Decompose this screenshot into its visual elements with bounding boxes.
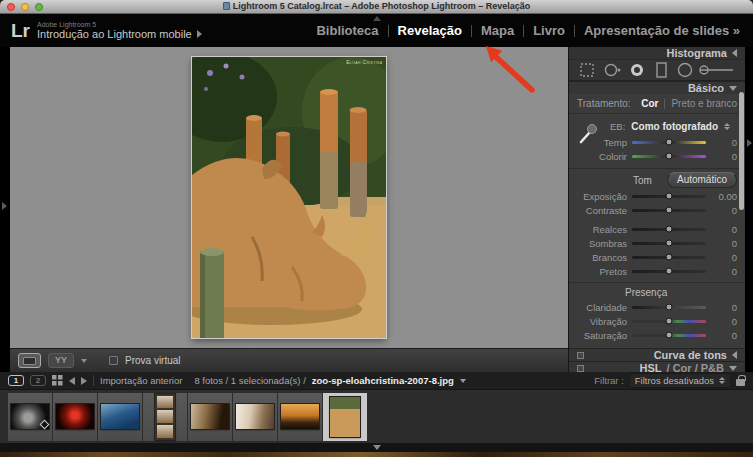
- tab-revelacao[interactable]: Revelação: [398, 23, 462, 38]
- app-name-label: Adobe Lightroom 5: [37, 21, 202, 29]
- next-photo-icon[interactable]: [81, 377, 87, 385]
- wb-preset-row[interactable]: EB: Como fotografado: [577, 118, 737, 135]
- previous-photo-icon[interactable]: [69, 377, 75, 385]
- slider-sombras: Sombras 0: [577, 236, 737, 250]
- filter-lock-icon[interactable]: [736, 379, 745, 386]
- thumb-red-figure[interactable]: [56, 404, 94, 429]
- slider-label: Pretos: [577, 266, 627, 277]
- filmstrip-filename[interactable]: zoo-sp-eloahcristina-2007-8.jpg: [312, 375, 454, 386]
- wb-label: EB:: [610, 121, 625, 132]
- treatment-color-option[interactable]: Cor: [641, 98, 658, 109]
- tint-slider-track[interactable]: [632, 155, 706, 158]
- thumbnail-cell[interactable]: [188, 393, 232, 441]
- filmstrip-source[interactable]: Importação anterior: [100, 375, 182, 386]
- contrast-slider-track[interactable]: [632, 209, 706, 212]
- main-window-button[interactable]: 1: [8, 375, 24, 386]
- thumbnail-cell[interactable]: [98, 393, 142, 441]
- thumbnail-cell[interactable]: [278, 393, 322, 441]
- auto-tone-button[interactable]: Automático: [667, 172, 737, 188]
- red-eye-tool-icon[interactable]: [631, 64, 643, 76]
- spot-removal-tool-icon[interactable]: [606, 65, 621, 76]
- slider-knob[interactable]: [666, 254, 673, 261]
- vibrance-slider-track[interactable]: [632, 320, 706, 323]
- tone-curve-header[interactable]: Curva de tons: [569, 348, 745, 361]
- panel-toggle-icon[interactable]: [577, 352, 584, 359]
- slider-knob[interactable]: [666, 332, 673, 339]
- presence-group: Presença Claridade 0 Vibração 0 Saturaçã…: [569, 283, 745, 348]
- temp-slider-track[interactable]: [632, 141, 706, 144]
- clarity-slider-track[interactable]: [632, 306, 706, 309]
- slider-knob[interactable]: [666, 226, 673, 233]
- right-panel-collapse-icon[interactable]: [747, 139, 752, 147]
- whites-slider-track[interactable]: [632, 256, 706, 259]
- filter-dropdown[interactable]: Filtros desativados: [629, 373, 731, 388]
- close-window-button[interactable]: [7, 3, 15, 11]
- slider-knob[interactable]: [666, 318, 673, 325]
- slider-knob[interactable]: [666, 139, 673, 146]
- basic-panel-header[interactable]: Básico: [569, 81, 745, 94]
- slider-knob[interactable]: [666, 153, 673, 160]
- wb-eyedropper-icon[interactable]: [578, 121, 598, 145]
- slider-label: Exposição: [577, 191, 627, 202]
- filmstrip-collapse-icon[interactable]: [373, 445, 381, 450]
- blacks-slider-track[interactable]: [632, 270, 706, 273]
- nav-divider: [388, 25, 389, 37]
- panel-toggle-icon[interactable]: [577, 365, 584, 372]
- tab-livro[interactable]: Livro: [533, 23, 565, 38]
- slider-knob[interactable]: [666, 207, 673, 214]
- filter-label: Filtrar :: [594, 375, 624, 386]
- highlights-slider-track[interactable]: [632, 228, 706, 231]
- soft-proof-checkbox[interactable]: [109, 356, 118, 365]
- thumb-triptych-vertical[interactable]: [155, 394, 175, 440]
- top-panel-collapse-icon[interactable]: [373, 16, 381, 21]
- treatment-bw-option[interactable]: Preto e branco: [671, 98, 737, 109]
- left-panel-expand-icon[interactable]: [2, 202, 7, 210]
- identity-plate[interactable]: Lr Adobe Lightroom 5 Introdução ao Light…: [11, 20, 202, 42]
- photo-preview[interactable]: Eloah Cristina: [192, 57, 386, 338]
- tab-biblioteca[interactable]: Biblioteca: [316, 23, 378, 38]
- thumb-underwater-blue[interactable]: [101, 404, 139, 429]
- second-window-button[interactable]: 2: [30, 375, 46, 386]
- crop-tool-icon[interactable]: [581, 64, 593, 76]
- slider-knob[interactable]: [666, 240, 673, 247]
- nav-divider: [574, 25, 575, 37]
- slider-knob[interactable]: [666, 304, 673, 311]
- loupe-view-button[interactable]: [18, 353, 41, 368]
- thumb-people-light[interactable]: [236, 404, 274, 429]
- basic-panel: Tratamento: Cor Preto e branco EB: Como: [569, 94, 745, 348]
- before-after-dropdown-icon[interactable]: [81, 359, 87, 363]
- radial-filter-tool-icon[interactable]: [679, 64, 692, 77]
- before-after-button[interactable]: YY: [48, 353, 74, 368]
- thumb-rhino-selected[interactable]: [330, 397, 360, 437]
- minimize-window-button[interactable]: [21, 3, 29, 11]
- panel-scrollbar[interactable]: [739, 92, 744, 210]
- wb-preset-value[interactable]: Como fotografado: [631, 121, 718, 132]
- right-panel: Histograma: [568, 47, 745, 372]
- slider-label: Sombras: [577, 238, 627, 249]
- wb-dropdown-icon[interactable]: [724, 123, 730, 130]
- slider-label: Saturação: [577, 330, 627, 341]
- filename-dropdown-icon[interactable]: [460, 379, 466, 383]
- thumb-sepia-smoke[interactable]: [191, 404, 229, 429]
- thumb-sunset-silhouette[interactable]: [281, 404, 319, 429]
- tab-apresentacao[interactable]: Apresentação de slides »: [584, 23, 740, 38]
- adjustment-brush-tool-icon[interactable]: [700, 66, 733, 74]
- grid-view-icon[interactable]: [52, 375, 63, 386]
- slider-knob[interactable]: [666, 193, 673, 200]
- zoom-window-button[interactable]: [35, 3, 43, 11]
- graduated-filter-tool-icon[interactable]: [657, 63, 666, 77]
- tab-mapa[interactable]: Mapa: [481, 23, 514, 38]
- thumb-statue-dark[interactable]: [11, 404, 49, 429]
- exposure-slider-track[interactable]: [632, 195, 706, 198]
- histogram-header[interactable]: Histograma: [569, 47, 745, 59]
- thumbnail-cell[interactable]: [143, 393, 187, 441]
- filmstrip-bar: 1 2 Importação anterior 8 fotos / 1 sele…: [0, 372, 753, 390]
- thumbnail-cell[interactable]: [8, 393, 52, 441]
- slider-value: 0: [711, 224, 737, 235]
- slider-knob[interactable]: [666, 268, 673, 275]
- thumbnail-cell[interactable]: [233, 393, 277, 441]
- thumbnail-cell[interactable]: [53, 393, 97, 441]
- shadows-slider-track[interactable]: [632, 242, 706, 245]
- thumbnail-cell-selected[interactable]: [323, 393, 367, 441]
- saturation-slider-track[interactable]: [632, 334, 706, 337]
